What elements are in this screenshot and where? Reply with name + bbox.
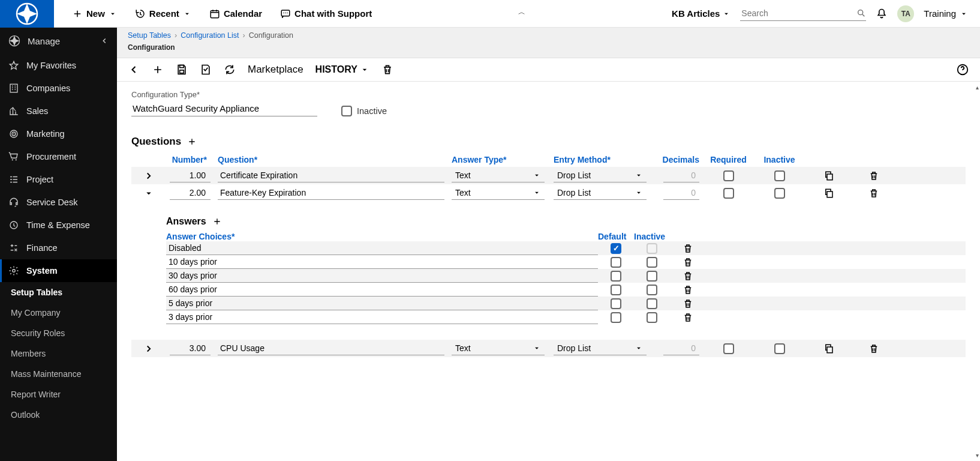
col-question[interactable]: Question* [214,152,448,167]
delete-row-button[interactable] [853,169,895,183]
scroll-down-icon[interactable]: ▾ [976,452,979,459]
search-icon[interactable] [856,8,866,18]
save-button[interactable] [176,64,188,76]
decimals-input[interactable]: 0 [663,342,699,355]
user-avatar[interactable]: TA [897,5,914,22]
add-button[interactable] [152,64,164,76]
delete-row-button[interactable] [853,186,895,200]
config-type-input[interactable] [131,101,317,116]
number-input[interactable]: 3.00 [170,342,211,355]
sidebar-item-my-favorites[interactable]: My Favorites [0,54,117,77]
inactive-checkbox[interactable] [774,343,785,354]
decimals-input[interactable]: 0 [663,186,699,200]
sidebar-subitem-report-writer[interactable]: Report Writer [0,384,117,405]
question-input[interactable]: Certificate Expiration [218,169,444,182]
inactive-checkbox[interactable] [647,257,657,268]
expand-row-button[interactable] [131,342,166,356]
sidebar-subitem-my-company[interactable]: My Company [0,303,117,323]
help-button[interactable] [956,63,969,76]
default-checkbox[interactable] [611,312,621,323]
delete-answer-button[interactable] [670,257,706,268]
inactive-checkbox[interactable] [341,106,352,116]
expand-row-button[interactable] [131,186,166,200]
delete-answer-button[interactable] [670,312,706,323]
inactive-checkbox[interactable] [774,170,785,181]
answer-type-select[interactable]: Text [452,342,545,355]
expand-row-button[interactable] [131,169,166,183]
sidebar-item-procurement[interactable]: Procurement [0,145,117,168]
col-inactive[interactable]: Inactive [754,152,805,167]
chat-support-link[interactable]: Chat with Support [280,8,372,19]
copy-row-button[interactable] [805,169,853,183]
number-input[interactable]: 1.00 [170,169,211,182]
add-question-button[interactable] [187,137,197,146]
sidebar-subitem-setup-tables[interactable]: Setup Tables [0,282,117,303]
default-checkbox[interactable] [611,298,621,309]
question-input[interactable]: Feature-Key Expiration [218,186,444,200]
save-close-button[interactable] [200,64,212,76]
sidebar-subitem-outlook[interactable]: Outlook [0,405,117,425]
entry-method-select[interactable]: Drop List [554,342,647,355]
inactive-checkbox[interactable] [774,188,785,199]
expand-handle-icon[interactable]: ︿ [518,7,525,17]
question-input[interactable]: CPU Usage [218,342,444,355]
sidebar-item-system[interactable]: System [0,259,117,282]
search-input[interactable] [740,6,856,20]
refresh-button[interactable] [224,64,236,76]
required-checkbox[interactable] [723,343,734,354]
default-checkbox[interactable] [611,257,621,268]
copy-row-button[interactable] [805,342,853,356]
answer-type-select[interactable]: Text [452,186,545,200]
sidebar-subitem-security-roles[interactable]: Security Roles [0,323,117,343]
col-required[interactable]: Required [703,152,754,167]
sidebar-item-companies[interactable]: Companies [0,77,117,100]
inactive-checkbox[interactable] [647,298,657,309]
answer-choice-input[interactable]: 5 days prior [166,297,598,310]
history-menu[interactable]: HISTORY [315,64,369,75]
add-answer-button[interactable] [212,217,222,226]
entry-method-select[interactable]: Drop List [554,169,647,182]
col-entry-method[interactable]: Entry Method* [550,152,652,167]
inactive-toggle[interactable]: Inactive [341,106,387,116]
sidebar-item-sales[interactable]: Sales [0,100,117,122]
number-input[interactable]: 2.00 [170,186,211,200]
answer-choice-input[interactable]: 30 days prior [166,269,598,283]
scroll-up-icon[interactable]: ▴ [976,84,979,91]
sidebar-subitem-members[interactable]: Members [0,343,117,364]
col-default[interactable]: Default [598,232,634,241]
col-inactive[interactable]: Inactive [634,232,670,241]
default-checkbox[interactable] [611,243,621,254]
app-logo[interactable] [0,0,54,28]
answer-choice-input[interactable]: Disabled [166,241,598,255]
sidebar-subitem-mass-maintenance[interactable]: Mass Maintenance [0,364,117,384]
collapse-sidebar-icon[interactable] [100,37,109,45]
entry-method-select[interactable]: Drop List [554,186,647,200]
sidebar-item-project[interactable]: Project [0,168,117,191]
delete-button[interactable] [381,64,393,76]
kb-articles-menu[interactable]: KB Articles [672,8,731,19]
sidebar-item-finance[interactable]: Finance [0,237,117,259]
answer-type-select[interactable]: Text [452,169,545,182]
copy-row-button[interactable] [805,186,853,200]
delete-row-button[interactable] [853,342,895,356]
crumb-setup-tables[interactable]: Setup Tables [128,31,171,40]
delete-answer-button[interactable] [670,285,706,295]
required-checkbox[interactable] [723,170,734,181]
recent-menu[interactable]: Recent [135,8,191,19]
answer-choice-input[interactable]: 60 days prior [166,283,598,297]
user-menu[interactable]: Training [924,8,968,19]
scrollbar[interactable]: ▴ ▾ [972,82,980,461]
sidebar-item-service-desk[interactable]: Service Desk [0,191,117,214]
inactive-checkbox[interactable] [647,312,657,323]
back-button[interactable] [128,64,140,76]
default-checkbox[interactable] [611,285,621,295]
answer-choice-input[interactable]: 3 days prior [166,310,598,324]
notifications-button[interactable] [876,8,888,20]
delete-answer-button[interactable] [670,271,706,282]
delete-answer-button[interactable] [670,243,706,254]
sidebar-item-marketing[interactable]: Marketing [0,122,117,145]
delete-answer-button[interactable] [670,298,706,309]
marketplace-link[interactable]: Marketplace [248,64,303,76]
answer-choice-input[interactable]: 10 days prior [166,255,598,269]
decimals-input[interactable]: 0 [663,169,699,182]
